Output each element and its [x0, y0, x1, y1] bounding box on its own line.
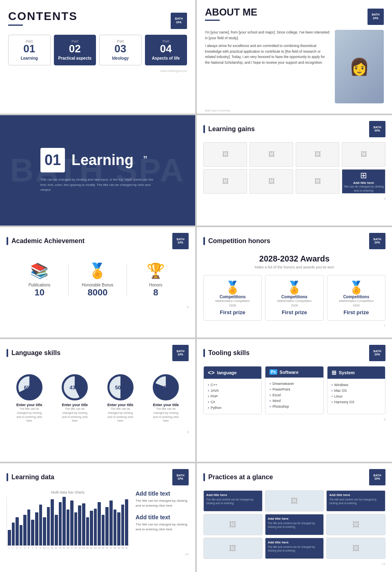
practice-5-title: Add title here [268, 517, 321, 521]
practice-3-text: Add title here The title and content can… [327, 491, 385, 507]
gains-highlight[interactable]: ⊞ Add title here Title can be changed by… [342, 169, 385, 194]
practice-5-text: Add title here The title and content can… [265, 514, 324, 531]
practices-header: Practices at a glance BATHSPA [203, 469, 385, 485]
chart-x-label: 18 [74, 547, 77, 549]
bar-item [55, 515, 58, 545]
chart-x-label: 8 [35, 547, 38, 549]
circle-43: 43% Enter your title The title can be ch… [60, 374, 89, 423]
awards-sub: Make a list of the honors and awards you… [203, 265, 385, 269]
part-02-num: 02 [58, 43, 93, 54]
practice-1-title: Add title here [206, 493, 260, 497]
bar-item [70, 500, 74, 545]
about-para1: I'm [your name], from [your school and m… [205, 30, 330, 41]
bar-item [16, 517, 19, 545]
honors-blue-bar [203, 237, 205, 245]
photo-placeholder: 👩 [335, 30, 384, 103]
tool-python: Python [208, 405, 257, 411]
tools-cols: <> language C++ JAVA PHP C# Python Ps So… [203, 366, 385, 414]
ring-43: 43% [62, 374, 88, 400]
tool-lang-label: language [217, 370, 236, 375]
wreath-icon-2: 🏅 [268, 280, 321, 295]
gains-grid: 🖼 🖼 🖼 🖼 🖼 🖼 🖼 ⊞ Add title here Title can… [203, 142, 385, 194]
practice-4-img: 🖼 [204, 514, 262, 535]
gains-img-2: 🖼 [249, 142, 293, 167]
practice-3-desc: The title and content can be changed by … [329, 498, 383, 505]
publications-icon: 📚 [11, 262, 68, 279]
chart-x-label: 6 [27, 547, 30, 549]
label-68: Enter your title [15, 403, 44, 407]
gains-logo: BATHSPA [369, 121, 385, 137]
bar-item [94, 509, 97, 545]
ach-publications: 📚 Publications 10 [11, 262, 68, 298]
about-header: ABOUT ME BATHSPA [197, 0, 392, 30]
practices-logo: BATHSPA [369, 469, 385, 485]
tool-lang-body: C++ JAVA PHP C# Python [204, 379, 261, 414]
gains-img-3: 🖼 [296, 142, 339, 167]
award-3-prize: First prize [330, 309, 383, 315]
academic-title-wrap: Academic Achievement [7, 237, 85, 245]
tool-php: PHP [208, 393, 257, 399]
part-01[interactable]: Part 01 Learning [8, 35, 51, 65]
tool-powerpoint: PowerPoint [270, 387, 319, 392]
chart-x-label: 28 [113, 547, 116, 549]
chart-x-label: 13 [54, 547, 58, 549]
add-desc-1: The title can be changed by clicking and… [136, 498, 189, 508]
chart-x-label: 25 [102, 547, 105, 549]
practice-6-img: 🖼 [327, 514, 385, 535]
practice-8: Add title here The title and content can… [265, 538, 324, 559]
tool-csharp: C# [208, 399, 257, 405]
part-03[interactable]: Part 03 Ideology [99, 35, 142, 65]
honors-icon: 🏆 [127, 262, 185, 279]
tools-blue-bar [203, 349, 205, 357]
award-1-prize: First prize [206, 309, 259, 315]
contents-title: CONTENTS [8, 10, 78, 23]
learning-desc: Title can be changed by clicking and new… [40, 177, 155, 193]
add-icon: ⊞ [360, 170, 367, 180]
award-2-name: Competitions [268, 295, 321, 299]
lang-logo: BATHSPA [172, 345, 189, 361]
chart-x-label: 22 [90, 547, 93, 549]
tool-system-label: System [339, 370, 355, 375]
chart-x-label: 30 [121, 547, 125, 549]
bar-item [98, 502, 101, 545]
chart-x-label: 31 [125, 547, 128, 549]
page-num-9: 10 [7, 552, 189, 556]
tool-cpp: C++ [208, 382, 257, 388]
contents-header: CONTENTS BATHSPA [8, 10, 187, 31]
practice-6: 🖼 [326, 514, 385, 535]
ach-bonus: 🏅 Honorable Bonus 8000 [69, 262, 126, 298]
academic-header: Academic Achievement BATHSPA [7, 233, 189, 249]
chart-x-label: 24 [98, 547, 101, 549]
title-underline [8, 25, 23, 26]
bar-item [78, 505, 81, 545]
chart-x-label: 9 [39, 547, 42, 549]
chart-area: Multi-data bar charts 123456789101112131… [7, 490, 129, 549]
part-04-num: 04 [149, 43, 184, 54]
gains-img-1: 🖼 [203, 142, 247, 167]
part-02[interactable]: Part 02 Practical aspects [54, 35, 96, 65]
page-num-4: 5 [203, 197, 385, 201]
bar-item [35, 512, 38, 545]
part-04[interactable]: Part 04 Aspects of life [145, 35, 187, 65]
about-para2: I always strive for excellence and am co… [205, 43, 330, 65]
gains-title-wrap: Learning gains [203, 125, 255, 133]
bar-item [27, 509, 31, 545]
honors-title-wrap: Competition honors [203, 237, 270, 245]
bar-chart [7, 497, 129, 546]
person-icon: 👩 [349, 57, 370, 76]
award-1-comp: Mathematics Competition2028 [206, 299, 259, 308]
logo-text: BATHSPA [175, 17, 183, 24]
chart-x-label: 4 [19, 547, 22, 549]
bar-item [74, 512, 78, 545]
learning-title: Learning [71, 152, 134, 169]
part-03-num: 03 [103, 43, 138, 54]
practice-7: 🖼 [203, 538, 263, 559]
award-2-prize: First prize [268, 309, 321, 315]
slide-academic: Academic Achievement BATHSPA 📚 Publicati… [0, 227, 195, 337]
learning-num-box: 01 Learning ” [40, 148, 155, 172]
part-01-num: 01 [12, 43, 47, 54]
contents-footer: www.uslidesgua.com [8, 69, 187, 72]
add-desc-2: The title can be changed by clicking and… [136, 522, 189, 532]
practice-9-img: 🖼 [327, 538, 385, 559]
highlight-title: Add title here [353, 181, 374, 185]
